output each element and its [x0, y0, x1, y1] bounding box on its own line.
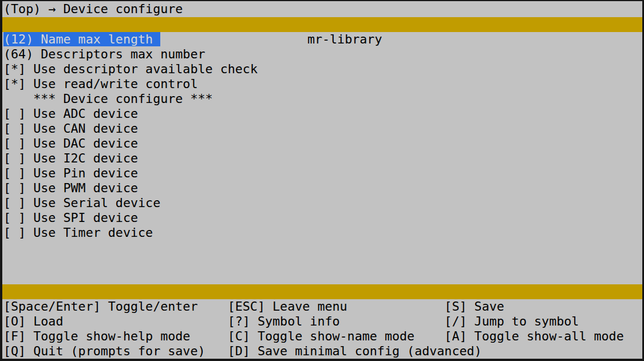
- menu-item-label: [*] Use descriptor available check: [3, 62, 258, 76]
- help-hint-show-all-mode: [A] Toggle show-all mode: [444, 329, 623, 344]
- menu-item-use-i2c-device[interactable]: [ ] Use I2C device: [2, 151, 642, 166]
- menu-comment-device-configure: *** Device configure ***: [2, 92, 642, 106]
- menu-item-label: [ ] Use Timer device: [3, 225, 153, 240]
- menu-item-label: [ ] Use DAC device: [3, 136, 138, 150]
- menu-item-use-read-write-control[interactable]: [*] Use read/write control: [2, 77, 642, 92]
- help-row: [Space/Enter] Toggle/enter [ESC] Leave m…: [2, 299, 642, 314]
- menu-item-use-can-device[interactable]: [ ] Use CAN device: [2, 121, 642, 136]
- menu-item-use-pwm-device[interactable]: [ ] Use PWM device: [2, 181, 642, 196]
- menu-item-label: [ ] Use ADC device: [3, 106, 138, 121]
- menu-item-label-selected: (12) Name max length: [3, 32, 160, 46]
- help-row: [O] Load [?] Symbol info [/] Jump to sym…: [2, 314, 642, 329]
- help-hint-leave-menu: [ESC] Leave menu: [228, 299, 347, 314]
- menu-item-use-timer-device[interactable]: [ ] Use Timer device: [2, 225, 642, 240]
- menu-item-label: [ ] Use Pin device: [3, 166, 138, 180]
- help-hint-quit: [Q] Quit (prompts for save): [3, 344, 206, 359]
- menuconfig-window: (Top) → Device configure mr-library (12)…: [0, 0, 644, 361]
- menu-item-use-dac-device[interactable]: [ ] Use DAC device: [2, 136, 642, 151]
- menu-item-label: (64) Descriptors max number: [3, 47, 206, 61]
- menu-item-use-spi-device[interactable]: [ ] Use SPI device: [2, 211, 642, 225]
- app-title: mr-library: [307, 32, 382, 46]
- menu-item-label: [ ] Use CAN device: [3, 121, 138, 136]
- menu-item-label: [ ] Use Serial device: [3, 196, 160, 210]
- help-row: [Q] Quit (prompts for save) [D] Save min…: [2, 344, 642, 359]
- menu-item-label: [ ] Use I2C device: [3, 151, 138, 165]
- help-hint-toggle-enter: [Space/Enter] Toggle/enter: [3, 299, 197, 314]
- menu-comment-label: *** Device configure ***: [3, 92, 213, 106]
- help-hint-show-help-mode: [F] Toggle show-help mode: [3, 329, 190, 344]
- menu-item-use-pin-device[interactable]: [ ] Use Pin device: [2, 166, 642, 181]
- help-panel: [Space/Enter] Toggle/enter [ESC] Leave m…: [2, 299, 642, 359]
- terminal-screen: (Top) → Device configure mr-library (12)…: [2, 1, 642, 359]
- help-hint-save-minimal-config: [D] Save minimal config (advanced): [228, 344, 482, 359]
- help-hint-load: [O] Load: [3, 314, 63, 329]
- separator-bar: [2, 284, 642, 299]
- menu-item-use-adc-device[interactable]: [ ] Use ADC device: [2, 106, 642, 121]
- breadcrumb: (Top) → Device configure: [2, 1, 642, 17]
- menu-item-label: [ ] Use SPI device: [3, 211, 138, 225]
- help-hint-show-name-mode: [C] Toggle show-name mode: [228, 329, 414, 344]
- menu-list: (12) Name max length (64) Descriptors ma…: [2, 32, 642, 284]
- menu-item-label: [ ] Use PWM device: [3, 181, 138, 195]
- menu-item-label: [*] Use read/write control: [3, 77, 197, 91]
- help-hint-jump-to-symbol: [/] Jump to symbol: [444, 314, 579, 329]
- help-hint-symbol-info: [?] Symbol info: [228, 314, 340, 329]
- help-row: [F] Toggle show-help mode [C] Toggle sho…: [2, 329, 642, 344]
- title-bar: mr-library: [2, 17, 642, 32]
- menu-item-use-serial-device[interactable]: [ ] Use Serial device: [2, 196, 642, 211]
- help-hint-save: [S] Save: [444, 299, 504, 314]
- menu-item-use-descriptor-available-check[interactable]: [*] Use descriptor available check: [2, 62, 642, 77]
